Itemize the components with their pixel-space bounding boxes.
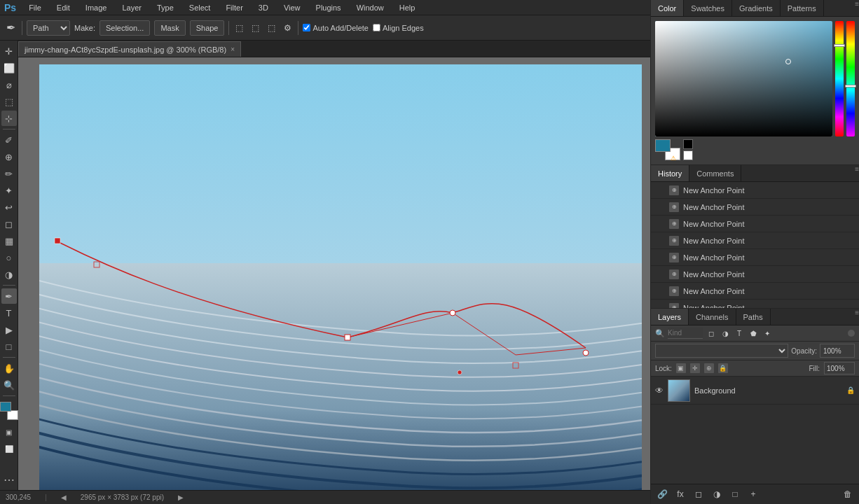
menu-window[interactable]: Window	[354, 2, 387, 13]
menu-edit[interactable]: Edit	[54, 2, 73, 13]
more-tools-btn[interactable]: ⋯	[1, 472, 17, 487]
healing-tool[interactable]: ⊕	[1, 149, 17, 164]
align-edges-checkbox[interactable]	[373, 24, 380, 31]
history-item-1[interactable]: ⊕ New Anchor Point	[651, 199, 859, 216]
menu-view[interactable]: View	[281, 2, 303, 13]
history-item-6[interactable]: ⊕ New Anchor Point	[651, 283, 859, 300]
document-tab[interactable]: jimmy-chang-ACt8ycSzpdE-unsplash.jpg @ 3…	[18, 41, 241, 57]
menu-3d[interactable]: 3D	[256, 2, 271, 13]
tab-close-button[interactable]: ×	[231, 46, 235, 53]
path-arrangement-icon[interactable]: ⬚	[266, 21, 277, 35]
tab-channels[interactable]: Channels	[689, 309, 736, 325]
layer-filter-type-icon[interactable]: T	[734, 328, 745, 339]
history-panel-menu-icon[interactable]: ≡	[855, 165, 859, 181]
type-tool[interactable]: T	[1, 305, 17, 321]
new-fill-btn[interactable]: ◑	[710, 487, 724, 501]
history-item-4[interactable]: ⊕ New Anchor Point	[651, 249, 859, 266]
tab-paths[interactable]: Paths	[736, 309, 771, 325]
layer-filter-pixel-icon[interactable]: ◻	[706, 328, 717, 339]
tab-color[interactable]: Color	[651, 0, 684, 16]
auto-add-delete-checkbox[interactable]	[303, 24, 310, 31]
history-checkbox-2[interactable]	[657, 220, 664, 227]
tab-history[interactable]: History	[651, 165, 689, 181]
history-checkbox-3[interactable]	[657, 237, 664, 244]
blur-tool[interactable]: ○	[1, 250, 17, 265]
tab-gradients[interactable]: Gradients	[732, 0, 781, 16]
link-layers-btn[interactable]: 🔗	[655, 487, 669, 501]
canvas-nav-next[interactable]: ▶	[178, 493, 184, 501]
history-checkbox-4[interactable]	[657, 254, 664, 261]
move-tool[interactable]: ✛	[1, 43, 17, 59]
mask-button[interactable]: Mask	[154, 20, 185, 36]
history-checkbox-0[interactable]	[657, 187, 664, 194]
eyedropper-tool[interactable]: ✐	[1, 132, 17, 148]
foreground-color-box[interactable]	[655, 139, 671, 152]
color-panel-menu-icon[interactable]: ≡	[855, 0, 859, 16]
history-item-0[interactable]: ⊕ New Anchor Point	[651, 182, 859, 199]
color-gradient-field[interactable]	[655, 21, 832, 136]
clone-tool[interactable]: ✦	[1, 183, 17, 198]
history-brush-tool[interactable]: ↩	[1, 200, 17, 215]
menu-help[interactable]: Help	[397, 2, 418, 13]
new-layer-btn[interactable]: +	[746, 487, 760, 501]
spectrum-slider[interactable]	[846, 21, 855, 136]
layer-item-background[interactable]: 👁 Background 🔒	[651, 377, 859, 405]
history-checkbox-7[interactable]	[657, 304, 664, 309]
path-select-tool[interactable]: ▶	[1, 322, 17, 337]
lock-pixels-icon[interactable]: ▣	[676, 363, 686, 373]
pen-tool-icon[interactable]: ✒	[4, 19, 18, 36]
history-item-7[interactable]: ⊕ New Anchor Point	[651, 300, 859, 308]
menu-layer[interactable]: Layer	[119, 2, 144, 13]
history-item-5[interactable]: ⊕ New Anchor Point	[651, 266, 859, 283]
menu-select[interactable]: Select	[186, 2, 214, 13]
canvas-nav-prev[interactable]: ◀	[61, 493, 67, 501]
lock-all-icon[interactable]: 🔒	[718, 363, 728, 373]
history-item-3[interactable]: ⊕ New Anchor Point	[651, 232, 859, 249]
zoom-tool[interactable]: 🔍	[1, 377, 17, 393]
path-alignment-icon[interactable]: ⬚	[249, 21, 261, 35]
layer-filter-shape-icon[interactable]: ⬟	[748, 328, 759, 339]
layer-effects-btn[interactable]: fx	[673, 487, 687, 501]
new-group-btn[interactable]: □	[728, 487, 742, 501]
menu-file[interactable]: File	[26, 2, 44, 13]
shape-button[interactable]: Shape	[190, 20, 225, 36]
path-mode-select[interactable]: Path Shape Pixels	[27, 20, 70, 36]
canvas-area[interactable]	[18, 57, 650, 490]
brush-tool[interactable]: ✏	[1, 166, 17, 181]
layer-filter-smart-icon[interactable]: ✦	[762, 328, 773, 339]
selection-tool[interactable]: ⬜	[1, 60, 17, 76]
layer-visibility-icon[interactable]: 👁	[655, 386, 664, 396]
blend-mode-select[interactable]: Normal	[655, 344, 788, 358]
menu-plugins[interactable]: Plugins	[313, 2, 344, 13]
object-select-tool[interactable]: ⬚	[1, 94, 17, 109]
lock-position-icon[interactable]: ✛	[690, 363, 700, 373]
gradient-tool[interactable]: ▦	[1, 233, 17, 248]
layers-panel-menu-icon[interactable]: ≡	[855, 309, 859, 325]
lasso-tool[interactable]: ⌀	[1, 77, 17, 92]
selection-button[interactable]: Selection...	[99, 20, 150, 36]
tab-comments[interactable]: Comments	[689, 165, 741, 181]
crop-tool[interactable]: ⊹	[1, 111, 17, 126]
settings-icon[interactable]: ⚙	[282, 21, 294, 35]
menu-type[interactable]: Type	[154, 2, 177, 13]
tab-layers[interactable]: Layers	[651, 309, 689, 325]
add-mask-btn[interactable]: ◻	[692, 487, 706, 501]
menu-image[interactable]: Image	[83, 2, 110, 13]
fg-bg-color-swatch[interactable]	[0, 402, 18, 420]
black-swatch[interactable]	[683, 139, 693, 149]
shape-tool[interactable]: □	[1, 339, 17, 354]
quick-mask-btn[interactable]: ▣	[1, 424, 17, 440]
fill-input[interactable]: 100%	[824, 362, 855, 374]
tab-patterns[interactable]: Patterns	[781, 0, 824, 16]
history-item-2[interactable]: ⊕ New Anchor Point	[651, 216, 859, 232]
opacity-input[interactable]: 100%	[820, 344, 855, 358]
screen-mode-btn[interactable]: ⬜	[1, 441, 17, 456]
history-checkbox-1[interactable]	[657, 204, 664, 211]
lock-artboard-icon[interactable]: ⊕	[704, 363, 714, 373]
dodge-tool[interactable]: ◑	[1, 267, 17, 282]
tab-swatches[interactable]: Swatches	[684, 0, 732, 16]
white-swatch[interactable]	[683, 150, 693, 160]
layer-filter-toggle[interactable]	[848, 330, 855, 337]
eraser-tool[interactable]: ◻	[1, 216, 17, 232]
layer-filter-adjust-icon[interactable]: ◑	[720, 328, 731, 339]
